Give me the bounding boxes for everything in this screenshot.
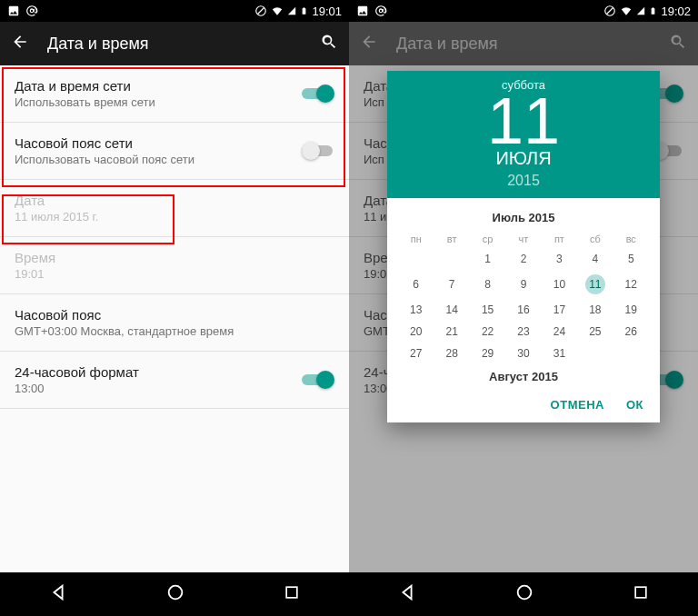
header-month: ИЮЛЯ (387, 148, 660, 169)
calendar-day[interactable]: 29 (470, 343, 505, 364)
phone-right: 19:02 Дата и время ДатаИсп ЧасоИсп Дата1… (349, 0, 698, 616)
header-year[interactable]: 2015 (387, 173, 660, 189)
calendar-day[interactable]: 11 (577, 270, 613, 299)
item-subtitle: 13:00 (15, 382, 302, 395)
calendar-dow: ср (470, 230, 505, 248)
item-title: Время (15, 250, 334, 265)
calendar-day[interactable]: 30 (505, 343, 541, 364)
calendar-day[interactable]: 13 (398, 299, 434, 321)
calendar-day[interactable]: 6 (398, 270, 434, 299)
calendar-day[interactable]: 23 (505, 321, 541, 343)
calendar-day[interactable]: 27 (398, 343, 434, 364)
nav-home-icon[interactable] (514, 582, 534, 606)
calendar-day[interactable]: 19 (613, 299, 649, 321)
item-subtitle: Использовать время сети (15, 95, 302, 109)
header-day[interactable]: 11 (387, 88, 660, 154)
nav-home-icon[interactable] (165, 582, 185, 606)
cancel-button[interactable]: ОТМЕНА (551, 398, 604, 412)
status-time: 19:01 (312, 5, 342, 18)
calendar-day[interactable]: 21 (434, 321, 469, 343)
nav-back-icon[interactable] (48, 582, 68, 606)
item-title: Дата (15, 193, 334, 208)
calendar-day[interactable]: 26 (613, 321, 649, 343)
calendar-day[interactable]: 16 (505, 299, 541, 321)
statusbar: 19:02 (349, 0, 698, 22)
item-subtitle: GMT+03:00 Москва, стандартное время (15, 324, 334, 338)
item-subtitle: Использовать часовой пояс сети (15, 153, 302, 166)
calendar-day[interactable]: 5 (613, 248, 649, 270)
back-icon (360, 33, 378, 55)
calendar-day[interactable]: 12 (613, 270, 649, 299)
item-network-timezone[interactable]: Часовой пояс сети Использовать часовой п… (0, 123, 349, 179)
calendar-month: Июль 2015 пнвтсрчтптсбвс 123456789101112… (387, 198, 660, 389)
battery-icon (300, 5, 308, 17)
calendar-day[interactable]: 25 (577, 321, 613, 343)
wifi-icon (271, 5, 284, 17)
ok-button[interactable]: ОК (626, 398, 643, 412)
header-dayofweek: суббота (387, 78, 660, 92)
calendar-day[interactable]: 31 (542, 343, 577, 364)
svg-line-5 (607, 8, 613, 15)
item-date: Дата 11 июля 2015 г. (0, 180, 349, 236)
calendar-grid[interactable]: пнвтсрчтптсбвс 1234567891011121314151617… (398, 230, 649, 364)
calendar-next-title: Август 2015 (398, 364, 649, 389)
statusbar: 19:01 (0, 0, 349, 22)
calendar-day[interactable]: 22 (470, 321, 505, 343)
calendar-day[interactable]: 1 (470, 248, 505, 270)
item-network-time[interactable]: Дата и время сети Использовать время сет… (0, 65, 349, 122)
page-title: Дата и время (396, 35, 498, 54)
calendar-day[interactable]: 4 (577, 248, 613, 270)
item-title: 24-часовой формат (15, 364, 302, 380)
nav-back-icon[interactable] (397, 582, 417, 606)
item-title: Дата и время сети (15, 78, 302, 94)
calendar-day[interactable]: 24 (542, 321, 577, 343)
at-icon (25, 5, 38, 17)
calendar-day (434, 248, 469, 270)
calendar-day[interactable]: 18 (577, 299, 613, 321)
appbar: Дата и время (349, 22, 698, 65)
calendar-day[interactable]: 17 (542, 299, 577, 321)
switch-network-timezone[interactable] (302, 142, 334, 160)
no-sim-icon (254, 5, 267, 17)
item-subtitle: 19:01 (15, 267, 334, 281)
appbar: Дата и время (0, 22, 349, 65)
search-icon[interactable] (320, 33, 338, 55)
calendar-day[interactable] (613, 343, 649, 364)
item-title: Часовой пояс (15, 307, 334, 323)
item-timezone[interactable]: Часовой пояс GMT+03:00 Москва, стандартн… (0, 294, 349, 351)
item-24h-format[interactable]: 24-часовой формат 13:00 (0, 352, 349, 408)
phone-left: 19:01 Дата и время Дата и время сети Исп… (0, 0, 349, 616)
svg-point-6 (518, 586, 532, 600)
nav-recent-icon[interactable] (283, 583, 301, 605)
calendar-day (398, 248, 434, 270)
calendar-dow: вс (613, 230, 649, 248)
svg-rect-7 (635, 587, 646, 598)
calendar-day[interactable]: 14 (434, 299, 469, 321)
calendar-day[interactable]: 15 (470, 299, 505, 321)
item-time: Время 19:01 (0, 237, 349, 293)
calendar-dow: пн (398, 230, 434, 248)
calendar-day[interactable]: 10 (542, 270, 577, 299)
svg-point-2 (169, 586, 183, 600)
calendar-day[interactable]: 28 (434, 343, 469, 364)
switch-24h[interactable] (302, 371, 334, 389)
calendar-dow: чт (505, 230, 541, 248)
calendar-day[interactable]: 2 (505, 248, 541, 270)
calendar-day[interactable] (577, 343, 613, 364)
calendar-day[interactable]: 20 (398, 321, 434, 343)
calendar-day[interactable]: 9 (505, 270, 541, 299)
signal-icon (636, 5, 645, 17)
battery-icon (649, 5, 657, 17)
calendar-day[interactable]: 8 (470, 270, 505, 299)
calendar-dow: вт (434, 230, 469, 248)
calendar-day[interactable]: 3 (542, 248, 577, 270)
nav-recent-icon[interactable] (632, 583, 650, 605)
image-icon (356, 5, 369, 17)
switch-network-time[interactable] (302, 84, 334, 103)
settings-list: Дата и время сети Использовать время сет… (0, 65, 349, 572)
calendar-day[interactable]: 7 (434, 270, 469, 299)
back-icon[interactable] (11, 33, 29, 55)
date-picker-dialog: суббота 11 ИЮЛЯ 2015 Июль 2015 пнвтсрчтп… (387, 71, 660, 422)
navbar (349, 572, 698, 616)
wifi-icon (620, 5, 633, 17)
